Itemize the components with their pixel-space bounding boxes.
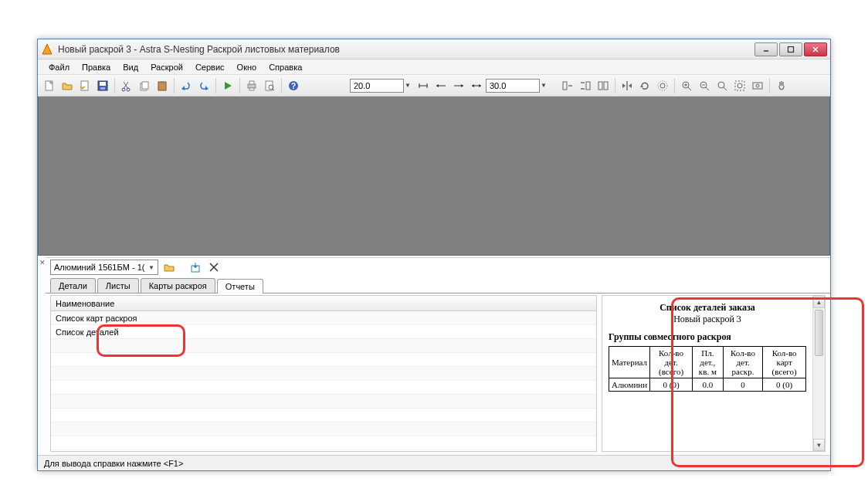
list-item (51, 381, 596, 395)
list-item[interactable]: Список карт раскроя (51, 311, 596, 325)
svg-rect-23 (249, 81, 254, 84)
preview-title: Список деталей заказа (609, 302, 806, 314)
menu-window[interactable]: Окно (231, 61, 263, 73)
table-header: Материал (609, 347, 650, 378)
settings-icon[interactable] (654, 77, 671, 94)
dim-tool-4-icon[interactable] (468, 77, 485, 94)
scroll-down-icon[interactable]: ▼ (813, 439, 825, 451)
list-item (51, 353, 596, 367)
new-icon[interactable] (41, 77, 58, 94)
list-item (51, 409, 596, 422)
svg-rect-10 (100, 87, 105, 90)
cut-icon[interactable] (118, 77, 135, 94)
param1-input[interactable] (350, 79, 404, 93)
svg-rect-7 (81, 81, 88, 90)
svg-rect-45 (598, 82, 602, 90)
open-file-icon[interactable] (76, 77, 93, 94)
svg-point-65 (756, 84, 759, 87)
tab-sheets[interactable]: Листы (97, 278, 139, 293)
open-icon[interactable] (59, 77, 76, 94)
dropdown-icon[interactable]: ▼ (541, 82, 550, 89)
list-item (51, 339, 596, 353)
svg-marker-68 (193, 266, 198, 268)
table-header: Кол-во дет. раскр. (723, 347, 763, 378)
mdi-workspace (38, 97, 830, 256)
svg-rect-62 (735, 81, 744, 90)
pan-icon[interactable] (773, 77, 790, 94)
minimize-button[interactable] (754, 42, 778, 56)
svg-marker-0 (42, 44, 52, 54)
scroll-up-icon[interactable]: ▲ (813, 296, 825, 308)
import-icon[interactable] (188, 260, 203, 275)
list-item[interactable]: Список деталей (51, 325, 596, 339)
menu-file[interactable]: Файл (42, 61, 76, 73)
tab-layouts[interactable]: Карты раскроя (141, 278, 215, 293)
folder-open-icon[interactable] (161, 260, 177, 275)
paste-icon[interactable] (154, 77, 171, 94)
run-icon[interactable] (219, 77, 236, 94)
menu-service[interactable]: Сервис (189, 61, 231, 73)
chevron-down-icon: ▼ (148, 264, 154, 271)
svg-point-52 (658, 81, 667, 90)
tab-reports[interactable]: Отчеты (217, 279, 263, 294)
menu-nesting[interactable]: Раскрой (144, 61, 189, 73)
delete-icon[interactable] (206, 260, 222, 275)
dim-tool-2-icon[interactable] (432, 77, 449, 94)
align-tool-3-icon[interactable] (595, 77, 612, 94)
maximize-button[interactable] (779, 42, 802, 56)
dim-tool-3-icon[interactable] (450, 77, 467, 94)
align-tool-1-icon[interactable] (559, 77, 576, 94)
svg-rect-22 (248, 84, 256, 88)
svg-line-54 (688, 87, 691, 90)
svg-point-60 (718, 82, 724, 88)
zoom-out-icon[interactable] (696, 77, 713, 94)
zoom-fit-icon[interactable] (714, 77, 731, 94)
table-header: Кол-во карт (всего) (763, 347, 806, 378)
align-tool-2-icon[interactable] (577, 77, 594, 94)
undo-icon[interactable] (178, 77, 195, 94)
column-header[interactable]: Наименование (51, 296, 596, 311)
tab-details[interactable]: Детали (50, 278, 96, 293)
svg-rect-40 (563, 82, 567, 90)
svg-rect-9 (100, 82, 106, 86)
zoom-in-icon[interactable] (678, 77, 695, 94)
panel-close-icon[interactable]: ✕ (39, 259, 46, 266)
scroll-thumb[interactable] (815, 310, 823, 356)
svg-marker-21 (225, 82, 232, 90)
material-combo[interactable]: Алюминий 1561БМ - 1( ▼ (50, 260, 158, 275)
svg-marker-19 (181, 86, 185, 90)
table-cell: 0 (0) (763, 378, 806, 392)
svg-rect-18 (161, 81, 164, 83)
scrollbar[interactable]: ▲ ▼ (812, 296, 825, 451)
statusbar: Для вывода справки нажмите <F1> (38, 455, 830, 470)
preview-icon[interactable] (261, 77, 278, 94)
svg-marker-38 (472, 84, 474, 87)
save-icon[interactable] (94, 77, 111, 94)
redo-icon[interactable] (195, 77, 212, 94)
mirror-icon[interactable] (619, 77, 636, 94)
menu-edit[interactable]: Правка (76, 61, 117, 73)
list-item (51, 367, 596, 381)
close-button[interactable] (804, 42, 827, 56)
zoom-window-icon[interactable] (731, 77, 748, 94)
rotate-icon[interactable] (636, 77, 653, 94)
combo-value: Алюминий 1561БМ - 1( (54, 263, 144, 272)
help-icon[interactable]: ? (285, 77, 302, 94)
svg-rect-24 (249, 88, 254, 90)
table-cell: 0 (723, 378, 763, 392)
svg-rect-2 (788, 46, 794, 52)
param2-input[interactable] (486, 79, 540, 93)
tabs-row: Детали Листы Карты раскроя Отчеты (46, 277, 830, 294)
svg-point-51 (660, 83, 665, 88)
svg-line-61 (724, 87, 727, 90)
svg-marker-36 (461, 84, 463, 87)
print-icon[interactable] (243, 77, 260, 94)
preview-group-heading: Группы совместного раскроя (609, 331, 806, 343)
dropdown-icon[interactable]: ▼ (405, 82, 414, 89)
menu-view[interactable]: Вид (117, 61, 144, 73)
menu-help[interactable]: Справка (263, 61, 308, 73)
copy-icon[interactable] (136, 77, 153, 94)
list-item (51, 395, 596, 409)
dim-tool-1-icon[interactable] (415, 77, 432, 94)
zoom-all-icon[interactable] (749, 77, 766, 94)
